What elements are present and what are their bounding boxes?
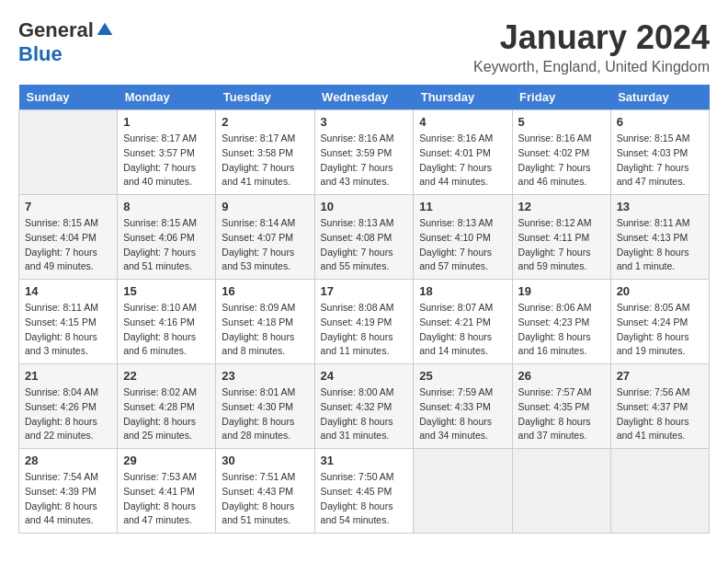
day-info: Sunrise: 8:00 AM Sunset: 4:32 PM Dayligh… [321, 385, 408, 443]
day-info: Sunrise: 8:04 AM Sunset: 4:26 PM Dayligh… [25, 385, 111, 443]
day-info: Sunrise: 7:54 AM Sunset: 4:39 PM Dayligh… [25, 470, 111, 528]
day-info: Sunrise: 8:13 AM Sunset: 4:10 PM Dayligh… [419, 216, 506, 274]
day-number: 20 [617, 284, 703, 298]
day-info: Sunrise: 8:16 AM Sunset: 4:02 PM Dayligh… [518, 132, 605, 190]
day-number: 7 [25, 200, 111, 213]
day-info: Sunrise: 8:08 AM Sunset: 4:19 PM Dayligh… [321, 301, 408, 359]
calendar-cell-16: 16 Sunrise: 8:09 AM Sunset: 4:18 PM Dayl… [216, 280, 314, 364]
calendar-cell-4: 4 Sunrise: 8:16 AM Sunset: 4:01 PM Dayli… [414, 110, 512, 195]
calendar-cell-32 [414, 449, 512, 534]
day-number: 15 [123, 284, 210, 298]
calendar-cell-24: 24 Sunrise: 8:00 AM Sunset: 4:32 PM Dayl… [314, 364, 414, 449]
calendar-cell-12: 12 Sunrise: 8:12 AM Sunset: 4:11 PM Dayl… [512, 195, 610, 280]
calendar-cell-31: 31 Sunrise: 7:50 AM Sunset: 4:45 PM Dayl… [314, 449, 414, 534]
day-number: 3 [321, 115, 408, 129]
day-info: Sunrise: 7:56 AM Sunset: 4:37 PM Dayligh… [617, 385, 703, 443]
day-number: 31 [321, 454, 408, 467]
calendar-cell-13: 13 Sunrise: 8:11 AM Sunset: 4:13 PM Dayl… [610, 195, 709, 280]
day-number: 21 [25, 369, 111, 383]
calendar-cell-0 [19, 110, 118, 195]
svg-marker-0 [97, 23, 113, 35]
day-info: Sunrise: 8:15 AM Sunset: 4:06 PM Dayligh… [123, 216, 210, 274]
calendar-cell-14: 14 Sunrise: 8:11 AM Sunset: 4:15 PM Dayl… [19, 280, 118, 364]
logo-icon [96, 21, 114, 40]
day-info: Sunrise: 8:16 AM Sunset: 4:01 PM Dayligh… [419, 132, 506, 190]
day-info: Sunrise: 8:01 AM Sunset: 4:30 PM Dayligh… [222, 385, 308, 443]
calendar-cell-9: 9 Sunrise: 8:14 AM Sunset: 4:07 PM Dayli… [216, 195, 314, 280]
day-number: 25 [419, 369, 506, 383]
calendar-cell-34 [610, 449, 709, 534]
day-info: Sunrise: 7:50 AM Sunset: 4:45 PM Dayligh… [321, 470, 408, 528]
header-saturday: Saturday [610, 85, 709, 110]
day-number: 29 [123, 454, 210, 467]
day-number: 27 [617, 369, 703, 383]
day-number: 8 [123, 200, 210, 213]
day-number: 5 [518, 115, 605, 129]
month-title: January 2024 [473, 18, 710, 57]
logo-blue-text: Blue [18, 42, 63, 66]
calendar-cell-11: 11 Sunrise: 8:13 AM Sunset: 4:10 PM Dayl… [414, 195, 512, 280]
day-number: 24 [321, 369, 408, 383]
day-number: 12 [518, 200, 605, 213]
calendar-cell-1: 1 Sunrise: 8:17 AM Sunset: 3:57 PM Dayli… [118, 110, 216, 195]
day-info: Sunrise: 7:53 AM Sunset: 4:41 PM Dayligh… [123, 470, 210, 528]
day-info: Sunrise: 8:02 AM Sunset: 4:28 PM Dayligh… [123, 385, 210, 443]
day-info: Sunrise: 7:57 AM Sunset: 4:35 PM Dayligh… [518, 385, 605, 443]
calendar-header-row: Sunday Monday Tuesday Wednesday Thursday… [19, 85, 710, 110]
day-number: 19 [518, 284, 605, 298]
week-row-3: 14 Sunrise: 8:11 AM Sunset: 4:15 PM Dayl… [19, 280, 710, 364]
logo: General Blue [18, 18, 114, 66]
calendar-cell-25: 25 Sunrise: 7:59 AM Sunset: 4:33 PM Dayl… [414, 364, 512, 449]
calendar-cell-20: 20 Sunrise: 8:05 AM Sunset: 4:24 PM Dayl… [610, 280, 709, 364]
day-number: 22 [123, 369, 210, 383]
calendar-cell-7: 7 Sunrise: 8:15 AM Sunset: 4:04 PM Dayli… [19, 195, 118, 280]
day-number: 13 [617, 200, 703, 213]
calendar-cell-5: 5 Sunrise: 8:16 AM Sunset: 4:02 PM Dayli… [512, 110, 610, 195]
calendar-cell-28: 28 Sunrise: 7:54 AM Sunset: 4:39 PM Dayl… [19, 449, 118, 534]
day-number: 10 [321, 200, 408, 213]
day-info: Sunrise: 8:10 AM Sunset: 4:16 PM Dayligh… [123, 301, 210, 359]
calendar-cell-10: 10 Sunrise: 8:13 AM Sunset: 4:08 PM Dayl… [314, 195, 414, 280]
calendar-cell-21: 21 Sunrise: 8:04 AM Sunset: 4:26 PM Dayl… [19, 364, 118, 449]
calendar-cell-22: 22 Sunrise: 8:02 AM Sunset: 4:28 PM Dayl… [118, 364, 216, 449]
header-friday: Friday [512, 85, 610, 110]
day-info: Sunrise: 8:17 AM Sunset: 3:57 PM Dayligh… [123, 132, 210, 190]
day-info: Sunrise: 7:51 AM Sunset: 4:43 PM Dayligh… [222, 470, 308, 528]
day-info: Sunrise: 8:09 AM Sunset: 4:18 PM Dayligh… [222, 301, 308, 359]
calendar-cell-17: 17 Sunrise: 8:08 AM Sunset: 4:19 PM Dayl… [314, 280, 414, 364]
day-info: Sunrise: 8:07 AM Sunset: 4:21 PM Dayligh… [419, 301, 506, 359]
header-monday: Monday [118, 85, 216, 110]
day-info: Sunrise: 8:11 AM Sunset: 4:15 PM Dayligh… [25, 301, 111, 359]
page-header: General Blue January 2024 Keyworth, Engl… [18, 18, 710, 75]
day-info: Sunrise: 8:17 AM Sunset: 3:58 PM Dayligh… [222, 132, 308, 190]
calendar-cell-19: 19 Sunrise: 8:06 AM Sunset: 4:23 PM Dayl… [512, 280, 610, 364]
day-number: 1 [123, 115, 210, 129]
title-block: January 2024 Keyworth, England, United K… [473, 18, 710, 75]
week-row-4: 21 Sunrise: 8:04 AM Sunset: 4:26 PM Dayl… [19, 364, 710, 449]
day-info: Sunrise: 7:59 AM Sunset: 4:33 PM Dayligh… [419, 385, 506, 443]
day-info: Sunrise: 8:06 AM Sunset: 4:23 PM Dayligh… [518, 301, 605, 359]
day-info: Sunrise: 8:12 AM Sunset: 4:11 PM Dayligh… [518, 216, 605, 274]
day-number: 18 [419, 284, 506, 298]
location-title: Keyworth, England, United Kingdom [473, 59, 710, 75]
day-info: Sunrise: 8:15 AM Sunset: 4:03 PM Dayligh… [617, 132, 703, 190]
day-info: Sunrise: 8:05 AM Sunset: 4:24 PM Dayligh… [617, 301, 703, 359]
day-number: 14 [25, 284, 111, 298]
calendar-cell-6: 6 Sunrise: 8:15 AM Sunset: 4:03 PM Dayli… [610, 110, 709, 195]
day-number: 16 [222, 284, 308, 298]
day-info: Sunrise: 8:15 AM Sunset: 4:04 PM Dayligh… [25, 216, 111, 274]
calendar-cell-30: 30 Sunrise: 7:51 AM Sunset: 4:43 PM Dayl… [216, 449, 314, 534]
week-row-5: 28 Sunrise: 7:54 AM Sunset: 4:39 PM Dayl… [19, 449, 710, 534]
day-number: 26 [518, 369, 605, 383]
day-number: 9 [222, 200, 308, 213]
header-thursday: Thursday [414, 85, 512, 110]
day-number: 11 [419, 200, 506, 213]
calendar-cell-8: 8 Sunrise: 8:15 AM Sunset: 4:06 PM Dayli… [118, 195, 216, 280]
day-number: 17 [321, 284, 408, 298]
header-wednesday: Wednesday [314, 85, 414, 110]
calendar-cell-27: 27 Sunrise: 7:56 AM Sunset: 4:37 PM Dayl… [610, 364, 709, 449]
day-number: 2 [222, 115, 308, 129]
calendar-cell-29: 29 Sunrise: 7:53 AM Sunset: 4:41 PM Dayl… [118, 449, 216, 534]
day-info: Sunrise: 8:16 AM Sunset: 3:59 PM Dayligh… [321, 132, 408, 190]
header-tuesday: Tuesday [216, 85, 314, 110]
